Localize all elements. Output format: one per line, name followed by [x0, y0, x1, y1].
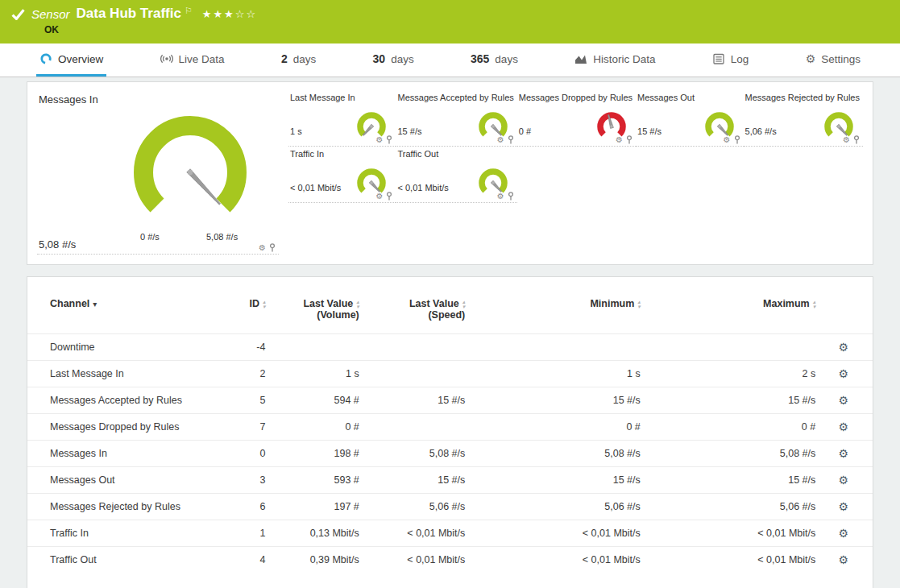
- tab-2-days[interactable]: 2 days: [278, 43, 319, 77]
- channel-name[interactable]: Traffic In: [27, 520, 215, 547]
- tab-365-days[interactable]: 365 days: [467, 43, 521, 77]
- channel-maximum: [647, 334, 822, 361]
- gauge-tile-last-message-in[interactable]: Last Message In 1 s ⚙: [288, 90, 396, 147]
- gear-icon[interactable]: ⚙: [497, 136, 504, 144]
- log-icon: [712, 52, 725, 65]
- gear-icon[interactable]: ⚙: [376, 136, 384, 144]
- tab-label: Live Data: [179, 53, 225, 65]
- column-header-channel[interactable]: Channel▾: [27, 293, 215, 334]
- channel-last-value-speed: 15 #/s: [366, 467, 472, 494]
- channel-settings-icon[interactable]: ⚙: [838, 474, 848, 487]
- pin-icon[interactable]: [626, 135, 632, 144]
- column-header-last-value-speed[interactable]: Last Value▴▾ (Speed): [366, 293, 472, 334]
- channel-minimum: 5,06 #/s: [471, 494, 646, 520]
- priority-stars[interactable]: ★★★☆☆: [202, 8, 257, 20]
- tab-log[interactable]: Log: [709, 43, 753, 77]
- table-row: Messages In 0 198 # 5,08 #/s 5,08 #/s 5,…: [27, 441, 873, 467]
- channel-last-value-volume: 0,13 Mbit/s: [272, 520, 365, 547]
- gauge-hub: [491, 125, 495, 128]
- sort-icon: ▴▾: [462, 300, 466, 309]
- gauge-tile-traffic-in[interactable]: Traffic In < 0,01 Mbit/s ⚙: [288, 147, 396, 203]
- column-label: Maximum: [763, 298, 810, 309]
- channel-name[interactable]: Downtime: [27, 334, 215, 361]
- column-header-id[interactable]: ID▴▾: [215, 293, 272, 334]
- gear-icon[interactable]: ⚙: [616, 136, 623, 144]
- channel-last-value-volume: 0,39 Mbit/s: [272, 547, 365, 574]
- channel-last-value-volume: 593 #: [272, 467, 365, 494]
- tab-historic-data[interactable]: Historic Data: [571, 43, 658, 77]
- column-header-last-value-volume[interactable]: Last Value▴▾ (Volume): [272, 293, 365, 334]
- sort-icon: ▴▾: [813, 300, 816, 309]
- gauge-title: Traffic In: [290, 149, 392, 159]
- pin-icon[interactable]: [508, 135, 514, 144]
- pin-icon[interactable]: [386, 192, 392, 201]
- tab-overview[interactable]: Overview: [36, 43, 106, 77]
- gauge-tile-messages-rejected[interactable]: Messages Rejected by Rules 5,06 #/s ⚙: [744, 90, 863, 147]
- column-header-minimum[interactable]: Minimum▴▾: [471, 293, 646, 334]
- channel-name[interactable]: Messages Rejected by Rules: [27, 494, 215, 520]
- channel-minimum: < 0,01 Mbit/s: [471, 520, 646, 547]
- gauge-value: 15 #/s: [397, 126, 421, 136]
- channel-settings-icon[interactable]: ⚙: [838, 394, 848, 407]
- channel-id: 6: [215, 494, 272, 520]
- table-row: Traffic In 1 0,13 Mbit/s < 0,01 Mbit/s <…: [27, 520, 873, 547]
- tab-settings[interactable]: ⚙ Settings: [803, 43, 864, 77]
- channel-minimum: 15 #/s: [471, 387, 646, 414]
- channel-maximum: 2 s: [647, 361, 822, 387]
- pin-icon[interactable]: [853, 135, 860, 144]
- channel-settings-icon[interactable]: ⚙: [838, 500, 848, 513]
- gauge-tile-messages-dropped[interactable]: Messages Dropped by Rules 0 # ⚙: [517, 90, 636, 147]
- tab-label: days: [495, 53, 518, 65]
- gear-icon[interactable]: ⚙: [376, 193, 384, 201]
- table-row: Downtime -4 ⚙: [27, 334, 873, 361]
- column-header-maximum[interactable]: Maximum▴▾: [647, 293, 822, 334]
- channel-name[interactable]: Messages Accepted by Rules: [27, 387, 215, 414]
- gauge-title: Messages Dropped by Rules: [519, 93, 632, 102]
- channel-name[interactable]: Last Message In: [27, 361, 215, 387]
- priority-flag-icon[interactable]: ⚐: [185, 6, 193, 16]
- gauge-tile-primary[interactable]: Messages In 0 #/s 5,08 #/s 5,08 #/s ⚙: [37, 90, 279, 255]
- tab-label: days: [391, 53, 414, 65]
- gear-icon[interactable]: ⚙: [497, 193, 504, 201]
- gear-icon[interactable]: ⚙: [724, 136, 731, 144]
- gauge-value: 5,08 #/s: [39, 238, 76, 251]
- tab-label: Historic Data: [593, 53, 655, 65]
- tab-label: days: [293, 53, 317, 65]
- status-ok-check-icon: [11, 8, 25, 20]
- channel-maximum: 5,08 #/s: [647, 441, 822, 467]
- gear-icon[interactable]: ⚙: [843, 136, 850, 144]
- channel-settings-icon[interactable]: ⚙: [838, 420, 848, 433]
- channel-settings-icon[interactable]: ⚙: [838, 447, 848, 460]
- channel-settings-icon[interactable]: ⚙: [838, 527, 848, 540]
- channel-name[interactable]: Messages In: [27, 441, 215, 467]
- gauge-tile-messages-out[interactable]: Messages Out 15 #/s ⚙: [636, 90, 743, 147]
- gear-icon[interactable]: ⚙: [259, 244, 266, 252]
- channel-name[interactable]: Traffic Out: [27, 547, 215, 574]
- channel-name[interactable]: Messages Dropped by Rules: [27, 414, 215, 441]
- channel-name[interactable]: Messages Out: [27, 467, 215, 494]
- pin-icon[interactable]: [734, 135, 740, 144]
- channel-maximum: 15 #/s: [647, 467, 822, 494]
- gauge-max-label: 5,08 #/s: [206, 232, 238, 242]
- sort-icon: ▴▾: [637, 300, 641, 309]
- channel-id: 5: [215, 387, 272, 414]
- gauge-arc: [143, 126, 237, 205]
- channel-maximum: < 0,01 Mbit/s: [647, 547, 822, 574]
- channel-settings-icon[interactable]: ⚙: [838, 341, 848, 354]
- channel-settings-icon[interactable]: ⚙: [838, 553, 848, 566]
- channel-settings-icon[interactable]: ⚙: [838, 367, 848, 380]
- pin-icon[interactable]: [508, 192, 514, 201]
- channel-last-value-volume: 1 s: [272, 361, 365, 387]
- gauge-tile-messages-accepted[interactable]: Messages Accepted by Rules 15 #/s ⚙: [396, 90, 516, 147]
- pin-icon[interactable]: [386, 135, 392, 144]
- sort-icon: ▴▾: [356, 300, 359, 309]
- channel-last-value-volume: [272, 334, 365, 361]
- channel-id: 2: [215, 361, 272, 387]
- pin-icon[interactable]: [269, 243, 276, 252]
- channel-minimum: 1 s: [471, 361, 646, 387]
- tab-live-data[interactable]: Live Data: [157, 43, 228, 77]
- column-label: Minimum: [590, 298, 634, 309]
- tab-30-days[interactable]: 30 days: [370, 43, 417, 77]
- tab-label: Settings: [821, 53, 861, 65]
- gauge-tile-traffic-out[interactable]: Traffic Out < 0,01 Mbit/s ⚙: [396, 147, 516, 203]
